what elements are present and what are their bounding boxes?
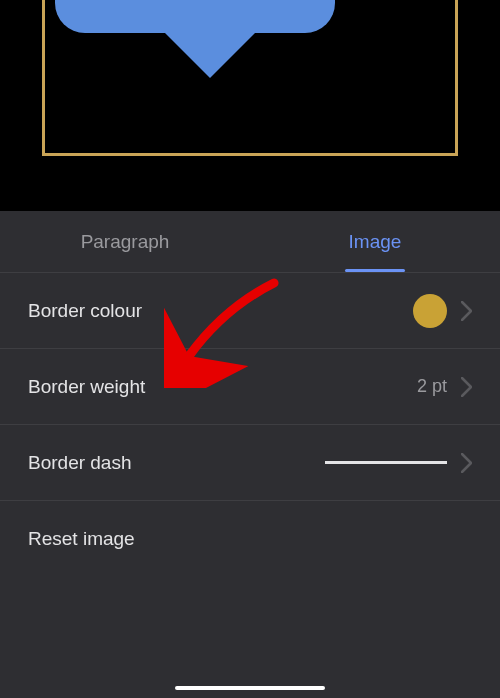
border-colour-value xyxy=(413,294,472,328)
border-dash-row[interactable]: Border dash xyxy=(0,425,500,501)
dash-preview-icon xyxy=(325,461,447,464)
home-indicator[interactable] xyxy=(175,686,325,690)
chevron-right-icon xyxy=(461,301,472,321)
speech-bubble-tail xyxy=(160,28,260,78)
tab-image-label: Image xyxy=(349,231,402,253)
tab-paragraph-label: Paragraph xyxy=(81,231,170,253)
image-preview xyxy=(0,0,500,211)
chevron-right-icon xyxy=(461,453,472,473)
border-colour-row[interactable]: Border colour xyxy=(0,273,500,349)
reset-image-label: Reset image xyxy=(28,528,135,550)
border-colour-label: Border colour xyxy=(28,300,142,322)
border-weight-text: 2 pt xyxy=(417,376,447,397)
tab-paragraph[interactable]: Paragraph xyxy=(0,211,250,272)
image-border-frame xyxy=(42,0,458,156)
border-dash-label: Border dash xyxy=(28,452,132,474)
border-weight-label: Border weight xyxy=(28,376,145,398)
border-weight-value: 2 pt xyxy=(417,376,472,397)
border-dash-value xyxy=(325,453,472,473)
format-sheet: Paragraph Image Border colour Border wei… xyxy=(0,211,500,698)
chevron-right-icon xyxy=(461,377,472,397)
colour-swatch-icon xyxy=(413,294,447,328)
format-tabs: Paragraph Image xyxy=(0,211,500,273)
tab-image[interactable]: Image xyxy=(250,211,500,272)
reset-image-row[interactable]: Reset image xyxy=(0,501,500,577)
border-weight-row[interactable]: Border weight 2 pt xyxy=(0,349,500,425)
